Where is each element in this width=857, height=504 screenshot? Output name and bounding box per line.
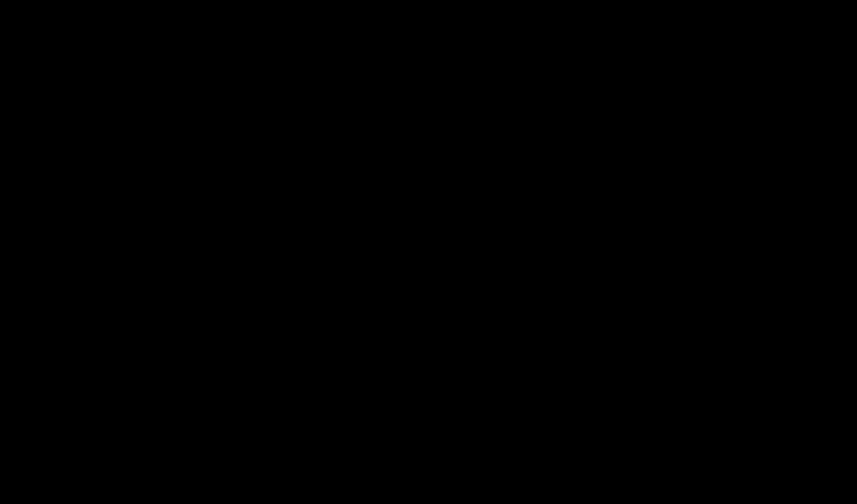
fl-studio-app bbox=[0, 0, 857, 504]
